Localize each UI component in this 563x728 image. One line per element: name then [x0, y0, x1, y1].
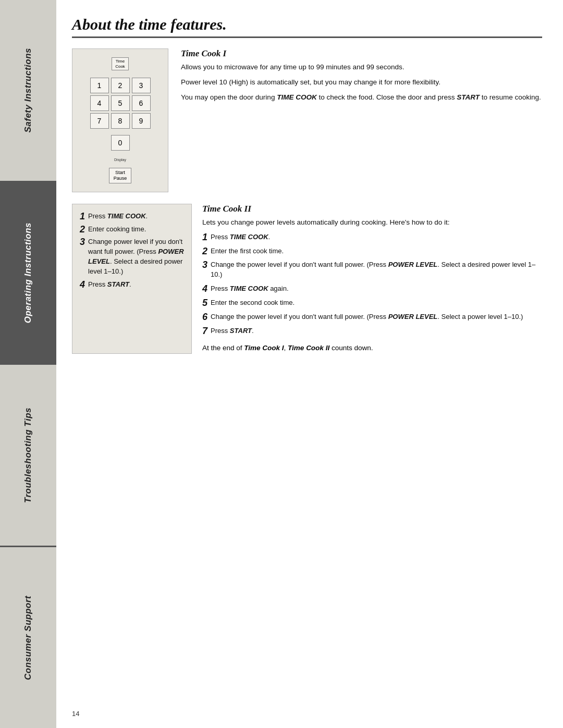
- step-i-1: 1 Press TIME COOK.: [80, 212, 184, 221]
- time-cook-i-para3: You may open the door during TIME COOK t…: [181, 92, 542, 103]
- step-i-3-text: Change power level if you don't want ful…: [88, 237, 184, 276]
- footer-prefix: At the end of: [202, 344, 244, 352]
- sidebar-label-operating: Operating Instructions: [23, 223, 33, 323]
- step-ii-6-num: 6: [202, 312, 207, 322]
- pause-label: Pause: [114, 176, 127, 181]
- step-i-2-num: 2: [80, 225, 85, 234]
- time-cook-ii-para1: Lets you change power levels automatical…: [202, 217, 542, 228]
- para3-time-cook-bold: TIME COOK: [277, 93, 317, 101]
- step-ii-6-suffix: . Select a power level 1–10.): [437, 313, 523, 320]
- step-i-4-prefix: Press: [88, 280, 107, 288]
- step-ii-3-prefix: Change the power level if you don't want…: [211, 261, 388, 268]
- time-cook-button[interactable]: Time Cook: [112, 57, 129, 70]
- para3-mid: to check the food. Close the door and pr…: [317, 93, 457, 101]
- footer-mid: ,: [284, 344, 288, 352]
- key-6[interactable]: 6: [132, 95, 151, 111]
- start-label: Start: [114, 170, 127, 176]
- para3-prefix: You may open the door during: [181, 93, 277, 101]
- step-i-4-num: 4: [80, 280, 85, 289]
- step-ii-7-prefix: Press: [211, 327, 230, 335]
- title-underline: [72, 36, 542, 38]
- step-ii-6: 6 Change the power level if you don't wa…: [202, 312, 542, 322]
- step-ii-1-suffix: .: [268, 233, 271, 241]
- step-ii-3: 3 Change the power level if you don't wa…: [202, 260, 542, 280]
- keypad-grid: 1 2 3 4 5 6 7 8 9: [90, 78, 151, 129]
- start-pause-button[interactable]: Start Pause: [109, 168, 132, 183]
- time-cook-i-para1: Allows you to microwave for any time up …: [181, 62, 542, 73]
- step-ii-1-text: Press TIME COOK.: [211, 232, 270, 242]
- time-cook-i-para2: Power level 10 (High) is automatically s…: [181, 77, 542, 88]
- step-ii-2-num: 2: [202, 246, 207, 256]
- step-ii-4-suffix: again.: [268, 285, 289, 292]
- step-i-3-num: 3: [80, 237, 85, 246]
- step-ii-3-num: 3: [202, 260, 207, 269]
- step-ii-5: 5 Enter the second cook time.: [202, 298, 542, 308]
- step-ii-6-text: Change the power level if you don't want…: [211, 312, 523, 322]
- step-ii-4: 4 Press TIME COOK again.: [202, 284, 542, 294]
- step-i-4-bold: START: [107, 280, 129, 288]
- key-5[interactable]: 5: [111, 95, 130, 111]
- time-cook-ii-title: Time Cook II: [202, 204, 542, 214]
- step-i-1-num: 1: [80, 212, 85, 221]
- top-section: Time Cook 1 2 3 4 5 6 7 8 9 0 Display St…: [72, 48, 542, 192]
- sidebar-label-troubleshooting: Troubleshooting Tips: [23, 408, 33, 503]
- step-i-1-prefix: Press: [88, 212, 107, 220]
- para3-start-bold: START: [457, 93, 480, 101]
- step-ii-7: 7 Press START.: [202, 326, 542, 336]
- step-ii-1: 1 Press TIME COOK.: [202, 232, 542, 242]
- display-label: Display: [114, 158, 126, 162]
- time-cook-ii-section: Time Cook II Lets you change power level…: [202, 204, 542, 354]
- sidebar-label-consumer: Consumer Support: [23, 596, 33, 680]
- step-ii-1-prefix: Press: [211, 233, 230, 241]
- step-ii-7-suffix: .: [252, 327, 254, 335]
- key-zero-row: 0: [111, 135, 130, 151]
- time-cook-i-description: Time Cook I Allows you to microwave for …: [181, 48, 542, 192]
- time-cook-i-title: Time Cook I: [181, 48, 542, 59]
- step-i-1-suffix: .: [146, 212, 148, 220]
- sidebar: Safety Instructions Operating Instructio…: [0, 0, 56, 728]
- step-i-2-text: Enter cooking time.: [88, 225, 146, 235]
- para3-suffix: to resume cooking.: [480, 93, 541, 101]
- step-ii-3-bold: POWER LEVEL: [388, 261, 438, 268]
- step-i-4-suffix: .: [129, 280, 131, 288]
- step-ii-5-text: Enter the second cook time.: [211, 298, 295, 308]
- step-i-4-text: Press START.: [88, 280, 131, 290]
- step-ii-7-num: 7: [202, 326, 207, 336]
- step-ii-6-prefix: Change the power level if you don't want…: [211, 313, 388, 320]
- sidebar-section-operating: Operating Instructions: [0, 182, 56, 365]
- key-8[interactable]: 8: [111, 113, 130, 129]
- sidebar-label-safety: Safety Instructions: [23, 48, 33, 133]
- sidebar-section-safety: Safety Instructions: [0, 0, 56, 182]
- step-i-1-text: Press TIME COOK.: [88, 212, 148, 221]
- step-ii-4-bold: TIME COOK: [230, 285, 268, 292]
- key-1[interactable]: 1: [90, 78, 109, 93]
- step-i-1-bold: TIME COOK: [107, 212, 146, 220]
- step-i-4: 4 Press START.: [80, 280, 184, 290]
- steps-area: 1 Press TIME COOK. 2 Enter cooking time.…: [72, 204, 542, 354]
- key-7[interactable]: 7: [90, 113, 109, 129]
- sidebar-section-consumer: Consumer Support: [0, 547, 56, 728]
- step-ii-1-num: 1: [202, 232, 207, 242]
- key-3[interactable]: 3: [132, 78, 151, 93]
- footer-italic1: Time Cook I: [244, 344, 284, 352]
- page-title: About the time features.: [72, 16, 542, 33]
- time-cook-label-line1: Time: [115, 59, 125, 64]
- time-cook-i-steps-box: 1 Press TIME COOK. 2 Enter cooking time.…: [72, 204, 192, 354]
- keypad-panel: Time Cook 1 2 3 4 5 6 7 8 9 0 Display St…: [72, 48, 168, 192]
- page-number: 14: [72, 710, 79, 718]
- footer-italic2: Time Cook II: [288, 344, 329, 352]
- key-4[interactable]: 4: [90, 95, 109, 111]
- step-ii-7-text: Press START.: [211, 326, 254, 336]
- main-content: About the time features. Time Cook 1 2 3…: [56, 0, 563, 728]
- step-ii-5-num: 5: [202, 298, 207, 307]
- key-2[interactable]: 2: [111, 78, 130, 93]
- sidebar-section-troubleshooting: Troubleshooting Tips: [0, 365, 56, 547]
- time-cook-label-line2: Cook: [115, 64, 125, 69]
- step-ii-1-bold: TIME COOK: [230, 233, 268, 241]
- key-9[interactable]: 9: [132, 113, 151, 129]
- key-0[interactable]: 0: [111, 135, 130, 151]
- step-ii-4-num: 4: [202, 284, 207, 293]
- footer-text: At the end of Time Cook I, Time Cook II …: [202, 343, 542, 353]
- step-ii-2: 2 Enter the first cook time.: [202, 246, 542, 256]
- step-ii-2-text: Enter the first cook time.: [211, 246, 284, 256]
